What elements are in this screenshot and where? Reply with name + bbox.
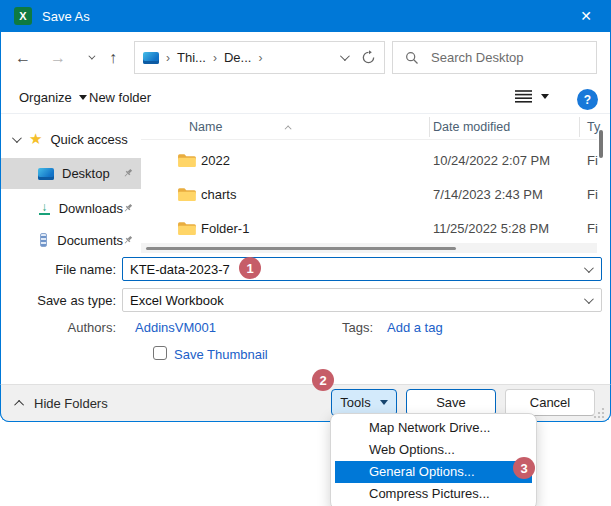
save-thumbnail-checkbox[interactable]	[153, 346, 167, 360]
file-date: 7/14/2023 2:43 PM	[433, 187, 543, 202]
folder-icon	[177, 187, 196, 202]
this-pc-icon	[143, 52, 159, 64]
chevron-down-icon[interactable]	[584, 263, 594, 273]
organize-button[interactable]: Organize	[19, 90, 87, 105]
annotation-badge-3: 3	[513, 457, 535, 479]
resize-grip[interactable]	[592, 405, 605, 423]
file-date: 10/24/2022 2:07 PM	[433, 153, 550, 168]
tools-button[interactable]: Tools	[331, 389, 397, 416]
column-divider[interactable]	[429, 117, 430, 137]
folder-icon	[177, 153, 196, 168]
breadcrumb-separator: ›	[258, 51, 262, 65]
downloads-icon: ↓	[39, 203, 50, 215]
expand-chevron-icon[interactable]	[12, 133, 22, 143]
menu-item-map-network-drive[interactable]: Map Network Drive...	[335, 417, 532, 439]
cancel-button[interactable]: Cancel	[505, 389, 595, 416]
desktop-icon	[38, 168, 54, 180]
save-button[interactable]: Save	[406, 389, 496, 416]
search-box[interactable]	[392, 41, 597, 74]
hide-folders-button[interactable]: Hide Folders	[17, 396, 108, 411]
search-icon	[405, 51, 419, 65]
sidebar-item-documents[interactable]: Documents	[1, 227, 141, 253]
pin-icon	[123, 166, 133, 181]
horizontal-scrollbar-thumb[interactable]	[146, 247, 456, 250]
search-input[interactable]	[431, 50, 571, 65]
breadcrumb-this-pc[interactable]: Thi...	[177, 50, 206, 65]
sidebar-item-downloads[interactable]: ↓ Downloads	[1, 193, 141, 224]
save-thumbnail-label[interactable]: Save Thumbnail	[174, 347, 268, 362]
column-header-date-modified[interactable]: Date modified	[433, 120, 510, 134]
pin-icon	[123, 233, 133, 248]
save-as-type-label: Save as type:	[1, 293, 116, 308]
chevron-down-icon	[79, 95, 87, 100]
chevron-down-icon	[541, 94, 549, 99]
menu-item-compress-pictures[interactable]: Compress Pictures...	[335, 483, 532, 505]
address-dropdown-icon[interactable]	[340, 51, 350, 61]
sidebar-item-label: Desktop	[62, 166, 110, 181]
file-name: 2022	[201, 153, 230, 168]
column-headers: Name Date modified Ty	[141, 114, 597, 140]
vertical-scrollbar-thumb[interactable]	[599, 130, 603, 158]
view-options-button[interactable]	[515, 90, 549, 103]
breadcrumb-desktop[interactable]: De...	[224, 50, 251, 65]
authors-value[interactable]: AddinsVM001	[135, 320, 216, 335]
refresh-icon[interactable]	[361, 50, 376, 65]
title-bar: X Save As ✕	[0, 0, 611, 32]
file-type: Fi	[587, 187, 598, 202]
file-row-charts[interactable]: charts 7/14/2023 2:43 PM Fi	[141, 180, 597, 210]
authors-label: Authors:	[1, 320, 116, 335]
forward-icon: →	[45, 41, 71, 74]
chevron-up-icon	[14, 400, 24, 410]
tools-menu: Map Network Drive... Web Options... Gene…	[330, 413, 537, 506]
tags-add-link[interactable]: Add a tag	[387, 320, 443, 335]
sidebar-item-label: Quick access	[50, 132, 127, 147]
navigation-pane: ★ Quick access Desktop ↓ Downloads Docum…	[1, 114, 141, 253]
column-header-name[interactable]: Name	[189, 120, 222, 134]
new-folder-button[interactable]: New folder	[89, 90, 151, 105]
tools-label: Tools	[340, 395, 370, 410]
file-name-input[interactable]	[130, 262, 430, 277]
file-type: Fi	[587, 221, 598, 236]
file-row-2022[interactable]: 2022 10/24/2022 2:07 PM Fi	[141, 146, 597, 176]
sidebar-item-desktop[interactable]: Desktop	[1, 158, 141, 189]
sidebar-item-label: Downloads	[59, 201, 123, 216]
back-icon[interactable]: ←	[10, 41, 36, 74]
annotation-badge-1: 1	[239, 257, 261, 279]
tags-label: Tags:	[301, 320, 373, 335]
save-as-type-value: Excel Workbook	[130, 293, 224, 308]
breadcrumb-separator: ›	[213, 51, 217, 65]
up-icon[interactable]: ↑	[100, 41, 126, 74]
quick-access-star-icon: ★	[29, 130, 42, 148]
annotation-badge-2: 2	[312, 369, 334, 391]
file-date: 11/25/2022 5:28 PM	[433, 221, 549, 236]
excel-app-icon: X	[14, 7, 32, 25]
help-button[interactable]: ?	[577, 89, 598, 110]
file-type: Fi	[587, 153, 598, 168]
chevron-down-icon[interactable]	[584, 294, 594, 304]
breadcrumb-separator: ›	[166, 51, 170, 65]
menu-item-general-options[interactable]: General Options...	[335, 461, 532, 483]
file-row-folder-1[interactable]: Folder-1 11/25/2022 5:28 PM Fi	[141, 214, 597, 244]
save-as-dialog: X Save As ✕ ← → ↑ › Thi... › De... › Org…	[0, 0, 611, 422]
documents-icon	[40, 233, 47, 247]
save-as-type-select[interactable]: Excel Workbook	[122, 288, 602, 312]
list-view-icon	[515, 90, 532, 103]
file-name-label: File name:	[1, 262, 116, 277]
organize-label: Organize	[19, 90, 72, 105]
column-divider[interactable]	[579, 117, 580, 137]
pin-icon	[123, 201, 133, 216]
sidebar-item-label: Documents	[57, 233, 123, 248]
window-title: Save As	[42, 9, 90, 24]
sidebar-item-quick-access[interactable]: ★ Quick access	[1, 126, 141, 152]
file-name-combobox[interactable]	[122, 257, 602, 281]
close-icon[interactable]: ✕	[575, 8, 597, 24]
breadcrumb[interactable]: › Thi... › De... ›	[134, 41, 385, 74]
hide-folders-label: Hide Folders	[34, 396, 108, 411]
file-name: Folder-1	[201, 221, 249, 236]
chevron-down-icon	[380, 400, 388, 405]
folder-icon	[177, 221, 196, 236]
sort-ascending-icon	[287, 116, 292, 134]
menu-item-web-options[interactable]: Web Options...	[335, 439, 532, 461]
file-name: charts	[201, 187, 236, 202]
